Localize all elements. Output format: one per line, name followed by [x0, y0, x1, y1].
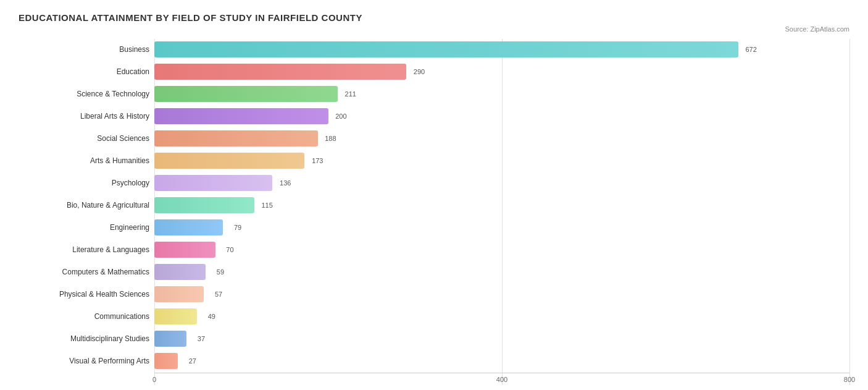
x-axis: 0400800	[154, 373, 849, 385]
bar-value-label: 49	[208, 313, 215, 320]
bar-value-label: 79	[234, 224, 241, 231]
bar-container: 70	[154, 239, 849, 260]
bar-value-label: 290	[414, 68, 425, 75]
bar-fill: 200	[154, 108, 328, 124]
bar-row: Bio, Nature & Agricultural115	[19, 195, 849, 216]
bar-label: Physical & Health Sciences	[19, 290, 154, 299]
bar-fill: 27	[154, 353, 178, 369]
bar-label: Science & Technology	[19, 90, 154, 98]
bar-fill: 79	[154, 219, 223, 235]
bar-row: Visual & Performing Arts27	[19, 350, 849, 371]
bar-container: 173	[154, 150, 849, 171]
source-label: Source: ZipAtlas.com	[19, 25, 849, 33]
bar-fill: 49	[154, 308, 197, 324]
bar-container: 115	[154, 195, 849, 216]
bar-fill: 188	[154, 130, 318, 146]
x-tick-label: 800	[844, 376, 855, 383]
bar-label: Bio, Nature & Agricultural	[19, 201, 154, 210]
bar-value-label: 57	[215, 290, 222, 298]
chart-title: EDUCATIONAL ATTAINMENT BY FIELD OF STUDY…	[19, 12, 849, 23]
bar-value-label: 37	[198, 335, 205, 342]
bar-row: Arts & Humanities173	[19, 150, 849, 171]
bar-row: Psychology136	[19, 172, 849, 193]
bar-label: Visual & Performing Arts	[19, 357, 154, 365]
bar-container: 200	[154, 106, 849, 127]
bar-container: 290	[154, 61, 849, 82]
x-tick-label: 0	[152, 376, 156, 383]
bar-label: Liberal Arts & History	[19, 112, 154, 121]
bar-fill: 37	[154, 331, 186, 347]
bar-fill: 136	[154, 175, 272, 191]
bar-fill: 173	[154, 153, 304, 169]
bar-container: 49	[154, 306, 849, 327]
bar-row: Science & Technology211	[19, 83, 849, 104]
bar-value-label: 115	[262, 201, 273, 209]
bar-fill: 672	[154, 41, 738, 57]
bar-row: Multidisciplinary Studies37	[19, 328, 849, 349]
bar-row: Physical & Health Sciences57	[19, 284, 849, 305]
bar-row: Education290	[19, 61, 849, 82]
bar-label: Literature & Languages	[19, 245, 154, 254]
bar-value-label: 70	[226, 246, 233, 253]
bar-row: Communications49	[19, 306, 849, 327]
bar-label: Multidisciplinary Studies	[19, 334, 154, 343]
bar-fill: 57	[154, 286, 204, 302]
grid-line	[849, 39, 850, 385]
bar-row: Engineering79	[19, 217, 849, 238]
bar-value-label: 672	[745, 46, 756, 53]
bar-fill: 211	[154, 86, 338, 102]
bar-value-label: 211	[345, 90, 356, 98]
bar-label: Communications	[19, 312, 154, 321]
bar-label: Business	[19, 45, 154, 54]
bar-value-label: 173	[312, 157, 323, 164]
bar-fill: 59	[154, 264, 206, 280]
bar-value-label: 27	[189, 357, 196, 365]
bar-container: 672	[154, 39, 849, 60]
bar-value-label: 59	[217, 268, 224, 276]
bar-label: Computers & Mathematics	[19, 268, 154, 276]
bar-row: Liberal Arts & History200	[19, 106, 849, 127]
bar-row: Business672	[19, 39, 849, 60]
bar-label: Psychology	[19, 179, 154, 187]
bar-container: 188	[154, 128, 849, 149]
bar-fill: 70	[154, 242, 215, 258]
bar-container: 136	[154, 172, 849, 193]
bar-container: 27	[154, 350, 849, 371]
bar-fill: 290	[154, 64, 406, 80]
bar-fill: 115	[154, 197, 254, 213]
bars-container: Business672Education290Science & Technol…	[19, 39, 849, 371]
bar-value-label: 136	[280, 179, 291, 187]
bar-label: Social Sciences	[19, 134, 154, 143]
bar-container: 37	[154, 328, 849, 349]
chart-area: Business672Education290Science & Technol…	[19, 39, 849, 385]
x-tick-label: 400	[496, 376, 507, 383]
bar-row: Social Sciences188	[19, 128, 849, 149]
bar-label: Engineering	[19, 223, 154, 232]
bar-container: 59	[154, 261, 849, 282]
bar-label: Arts & Humanities	[19, 156, 154, 165]
bar-label: Education	[19, 67, 154, 76]
bar-container: 211	[154, 83, 849, 104]
bar-container: 57	[154, 284, 849, 305]
chart-wrapper: EDUCATIONAL ATTAINMENT BY FIELD OF STUDY…	[19, 12, 849, 385]
bar-value-label: 188	[325, 135, 336, 142]
bar-row: Computers & Mathematics59	[19, 261, 849, 282]
bar-row: Literature & Languages70	[19, 239, 849, 260]
bar-container: 79	[154, 217, 849, 238]
bar-value-label: 200	[335, 112, 346, 120]
